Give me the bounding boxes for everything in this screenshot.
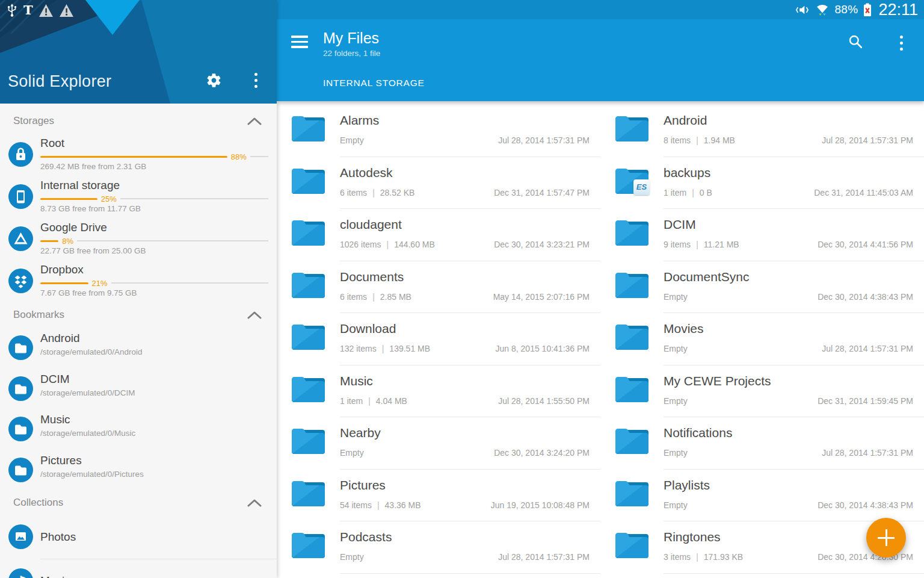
meta-separator: | xyxy=(692,188,694,197)
storage-type-icon xyxy=(8,184,33,209)
file-count: Empty xyxy=(664,344,688,353)
bookmark-name: Android xyxy=(40,332,80,345)
search-icon[interactable] xyxy=(848,34,863,49)
file-size: 11.21 MB xyxy=(704,240,739,249)
storage-name: Dropbox xyxy=(40,263,84,276)
file-name: DocumentSync xyxy=(664,270,749,284)
bookmark-item[interactable]: DCIM /storage/emulated/0/DCIM xyxy=(0,368,277,409)
file-row[interactable]: Download 132 items | 139.51 MB Jun 8, 20… xyxy=(277,313,600,365)
bookmark-folder-icon xyxy=(8,335,33,360)
folder-icon xyxy=(291,374,325,403)
file-date: Dec 30, 2014 4:38:43 PM xyxy=(818,292,913,302)
file-date: Dec 31, 2014 1:59:45 PM xyxy=(818,396,913,406)
main-overflow-menu-icon[interactable] xyxy=(900,34,903,52)
file-count: 6 items xyxy=(340,188,367,197)
file-row[interactable]: Playlists Empty Dec 30, 2014 4:38:43 PM xyxy=(600,470,924,522)
file-row[interactable]: Movies Empty Jul 28, 2014 1:57:31 PM xyxy=(600,313,924,365)
file-name: backups xyxy=(664,166,710,180)
sidebar-header: T Solid Explorer xyxy=(0,0,277,104)
add-fab[interactable] xyxy=(866,518,906,558)
bookmark-item[interactable]: Pictures /storage/emulated/0/Pictures xyxy=(0,450,277,491)
file-count: 1026 items xyxy=(340,240,381,249)
file-name: Download xyxy=(340,322,396,336)
chevron-up-icon[interactable] xyxy=(247,311,262,319)
folder-icon xyxy=(291,270,325,299)
folder-icon xyxy=(615,322,649,350)
chevron-up-icon[interactable] xyxy=(247,117,262,125)
storage-name: Root xyxy=(40,137,64,150)
solid-explorer-app: T Solid Explorer xyxy=(0,0,924,578)
file-meta: 6 items | 2.85 MB xyxy=(340,292,411,302)
file-count: Empty xyxy=(664,448,688,458)
sidebar: T Solid Explorer xyxy=(0,0,277,578)
file-date: Dec 30, 2014 3:23:21 PM xyxy=(494,240,590,249)
file-row[interactable]: My CEWE Projects Empty Dec 31, 2014 1:59… xyxy=(600,365,924,418)
storage-item[interactable]: Dropbox 21% 7.67 GB free from 9.75 GB xyxy=(0,260,277,302)
storage-usage-bar: 8% xyxy=(40,237,268,245)
meta-separator: | xyxy=(382,344,384,353)
file-row[interactable]: DCIM 9 items | 11.21 MB Dec 30, 2014 4:4… xyxy=(600,209,924,261)
file-row[interactable]: Autodesk 6 items | 28.52 KB Dec 31, 2014… xyxy=(277,157,600,210)
lock-icon xyxy=(8,142,33,167)
app-bar: 88% 22:11 My Files 22 folders, 1 file IN… xyxy=(277,0,924,101)
file-row[interactable]: Pictures 54 items | 43.36 MB Jun 19, 201… xyxy=(277,470,600,522)
storages-list: Root 88% 269.42 MB free from 2.31 GB xyxy=(0,134,277,302)
collection-item[interactable]: Photos xyxy=(0,515,277,559)
file-column-left: Alarms Empty Jul 28, 2014 1:57:31 PM xyxy=(277,105,600,578)
file-row[interactable]: Notifications Empty Jul 28, 2014 1:57:31… xyxy=(600,417,924,470)
folder-glyph-icon xyxy=(291,374,325,403)
file-row[interactable]: Music 1 item | 4.04 MB Jul 28, 2014 1:55… xyxy=(277,365,600,418)
file-date: Jul 28, 2014 1:57:31 PM xyxy=(822,448,913,458)
settings-gear-icon[interactable] xyxy=(206,72,222,89)
page-title: My Files xyxy=(323,30,379,47)
plus-icon xyxy=(878,529,895,546)
file-meta: Empty xyxy=(664,292,688,302)
file-row[interactable]: cloudagent 1026 items | 144.60 MB Dec 30… xyxy=(277,209,600,261)
file-name: Autodesk xyxy=(340,166,393,180)
section-head-storages: Storages xyxy=(0,108,277,134)
menu-icon[interactable] xyxy=(291,36,308,48)
file-count: 6 items xyxy=(340,292,367,302)
file-date: Jun 8, 2015 10:41:36 PM xyxy=(496,344,590,353)
folder-glyph-icon xyxy=(8,417,33,441)
main-panel: 88% 22:11 My Files 22 folders, 1 file IN… xyxy=(277,0,924,578)
vibrate-mute-icon xyxy=(795,4,810,16)
storage-name: Internal storage xyxy=(40,179,120,192)
file-row[interactable]: Nearby Empty Dec 30, 2014 3:24:20 PM xyxy=(277,417,600,470)
usage-fill xyxy=(40,156,227,158)
storage-item[interactable]: Internal storage 25% 8.73 GB free from 1… xyxy=(0,176,277,218)
folder-icon xyxy=(615,478,649,507)
file-row[interactable]: Documents 6 items | 2.85 MB May 14, 2015… xyxy=(277,261,600,314)
bookmark-item[interactable]: Android /storage/emulated/0/Android xyxy=(0,328,277,368)
chevron-up-icon[interactable] xyxy=(247,499,262,507)
file-meta: 1 item | 4.04 MB xyxy=(340,396,407,406)
file-name: DCIM xyxy=(664,217,696,232)
file-count: Empty xyxy=(340,135,364,145)
storage-type-icon xyxy=(8,142,33,167)
collection-item[interactable]: Music xyxy=(40,559,277,578)
storage-free-label: 22.77 GB free from 25.00 GB xyxy=(40,246,146,255)
es-backup-badge: ES xyxy=(633,179,650,195)
file-meta: Empty xyxy=(340,135,364,145)
sidebar-scroll[interactable]: Storages xyxy=(0,104,277,578)
bookmark-item[interactable]: Music /storage/emulated/0/Music xyxy=(0,409,277,450)
file-row[interactable]: ES backups 1 item | 0 B Dec 31, 2014 11:… xyxy=(600,157,924,210)
storage-item[interactable]: Google Drive 8% 22.77 GB free from 25.00… xyxy=(0,218,277,260)
file-size: 0 B xyxy=(700,188,712,197)
folder-glyph-icon xyxy=(8,335,33,360)
file-meta: Empty xyxy=(664,344,688,353)
storage-item[interactable]: Root 88% 269.42 MB free from 2.31 GB xyxy=(0,134,277,176)
file-list[interactable]: Alarms Empty Jul 28, 2014 1:57:31 PM xyxy=(277,101,924,578)
folder-icon xyxy=(615,374,649,403)
file-date: Dec 30, 2014 4:38:43 PM xyxy=(818,500,913,510)
breadcrumb-tab[interactable]: INTERNAL STORAGE xyxy=(323,65,425,101)
file-meta: Empty xyxy=(664,448,688,458)
file-size: 139.51 MB xyxy=(389,344,430,353)
file-count: Empty xyxy=(340,552,364,562)
file-row[interactable]: Alarms Empty Jul 28, 2014 1:57:31 PM xyxy=(277,105,600,157)
file-row[interactable]: Podcasts Empty Jul 28, 2014 1:57:31 PM xyxy=(277,521,600,574)
bookmark-name: DCIM xyxy=(40,373,70,386)
file-row[interactable]: DocumentSync Empty Dec 30, 2014 4:38:43 … xyxy=(600,261,924,314)
sidebar-overflow-menu-icon[interactable] xyxy=(254,71,257,89)
file-row[interactable]: Android 8 items | 1.94 MB Jul 28, 2014 1… xyxy=(600,105,924,157)
